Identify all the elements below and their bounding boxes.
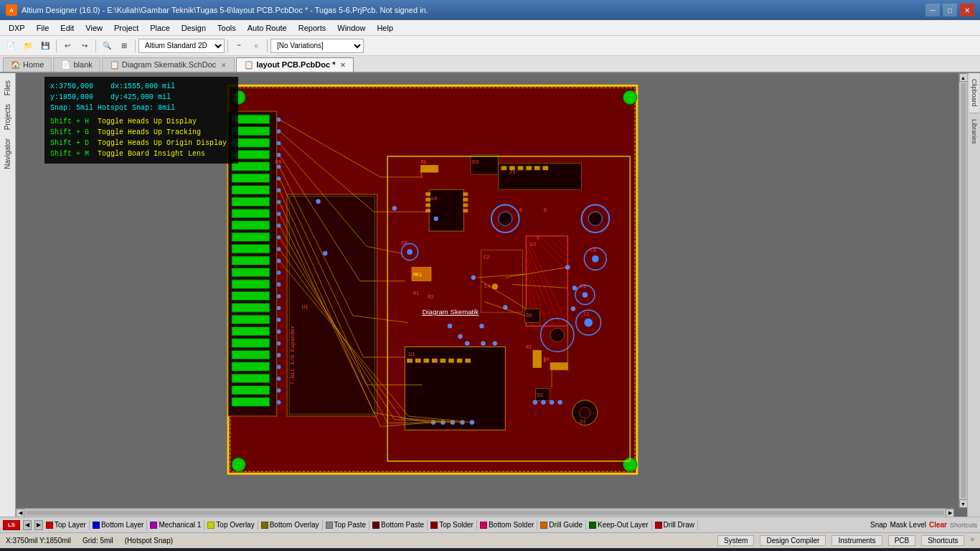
right-tab-clipboard[interactable]: Clipboard bbox=[969, 73, 979, 113]
svg-point-130 bbox=[582, 292, 588, 298]
tab-pcb-close[interactable]: ✕ bbox=[340, 62, 346, 69]
layer-bottom-paste-name[interactable]: Bottom Paste bbox=[381, 521, 424, 529]
snap-status: (Hotspot Snap) bbox=[125, 537, 173, 545]
svg-rect-113 bbox=[448, 359, 454, 363]
scroll-track[interactable] bbox=[26, 511, 944, 515]
layer-bottom-overlay-name[interactable]: Bottom Overlay bbox=[270, 521, 319, 529]
view-dropdown[interactable]: Altium Standard 2D bbox=[138, 39, 225, 53]
tab-schematic[interactable]: 📋 Diagram Skematik.SchDoc ✕ bbox=[102, 57, 235, 72]
right-tab-libraries[interactable]: Libraries bbox=[969, 113, 979, 150]
tab-blank[interactable]: 📄 blank bbox=[53, 57, 100, 72]
pcb-button[interactable]: PCB bbox=[888, 535, 916, 546]
scroll-up[interactable]: ▲ bbox=[959, 73, 968, 82]
vertical-scrollbar[interactable]: ▲ ▼ bbox=[958, 73, 967, 508]
tb-undo[interactable]: ↩ bbox=[60, 38, 75, 54]
active-layer-swatch[interactable]: LS bbox=[3, 520, 20, 530]
horizontal-scrollbar[interactable]: ◀ ▶ bbox=[16, 508, 954, 517]
menu-dxp[interactable]: DXP bbox=[3, 22, 31, 34]
clear-label[interactable]: Clear bbox=[929, 521, 947, 529]
menu-edit[interactable]: Edit bbox=[55, 22, 80, 34]
layer-drill-guide-name[interactable]: Drill Guide bbox=[549, 521, 583, 529]
layer-top-paste[interactable]: Top Paste bbox=[326, 521, 366, 529]
svg-rect-116 bbox=[533, 350, 542, 367]
menu-reports[interactable]: Reports bbox=[293, 22, 332, 34]
svg-rect-21 bbox=[232, 280, 270, 289]
layer-scroll-right[interactable]: ▶ bbox=[34, 520, 43, 530]
svg-text:C5: C5 bbox=[590, 248, 596, 253]
layer-scroll-left[interactable]: ◀ bbox=[23, 520, 32, 530]
layer-keepout[interactable]: Keep-Out Layer bbox=[589, 521, 649, 529]
layer-bottom-solder[interactable]: Bottom Solder bbox=[480, 521, 534, 529]
layer-top-solder-name[interactable]: Top Solder bbox=[439, 521, 473, 529]
tab-pcb[interactable]: 📋 layout PCB.PcbDoc * ✕ bbox=[236, 57, 354, 72]
layer-top-paste-name[interactable]: Top Paste bbox=[334, 521, 366, 529]
layer-keepout-name[interactable]: Keep-Out Layer bbox=[598, 521, 649, 529]
tb-new[interactable]: 📄 bbox=[3, 38, 19, 54]
layer-drill-draw-name[interactable]: Drill Draw bbox=[664, 521, 694, 529]
tb-open[interactable]: 📁 bbox=[20, 38, 36, 54]
layer-drill-guide[interactable]: Drill Guide bbox=[540, 521, 583, 529]
layer-bottom[interactable]: Bottom Layer bbox=[93, 521, 143, 529]
menu-autoroute[interactable]: Auto Route bbox=[242, 22, 293, 34]
scroll-down[interactable]: ▼ bbox=[959, 499, 968, 508]
tb-zoom-in[interactable]: 🔍 bbox=[99, 38, 115, 54]
scroll-left[interactable]: ◀ bbox=[16, 509, 24, 517]
layer-top-name[interactable]: Top Layer bbox=[55, 521, 86, 529]
tb-fit[interactable]: ⊞ bbox=[116, 38, 132, 54]
scroll-track-v[interactable] bbox=[961, 83, 966, 498]
mask-level-label[interactable]: Mask Level bbox=[890, 521, 926, 529]
menu-file[interactable]: File bbox=[31, 22, 55, 34]
svg-point-142 bbox=[323, 251, 327, 255]
svg-point-54 bbox=[277, 377, 281, 381]
tab-schematic-close[interactable]: ✕ bbox=[221, 62, 227, 69]
restore-button[interactable]: □ bbox=[943, 4, 957, 17]
tb-route[interactable]: ~ bbox=[231, 38, 247, 54]
menu-design[interactable]: Design bbox=[176, 22, 212, 34]
shortcuts-button[interactable]: Shortcuts bbox=[921, 535, 964, 546]
layer-top-overlay-name[interactable]: Top Overlay bbox=[216, 521, 254, 529]
close-button[interactable]: ✕ bbox=[960, 4, 974, 17]
system-button[interactable]: System bbox=[717, 535, 754, 546]
layer-mechanical-name[interactable]: Mechanical 1 bbox=[159, 521, 201, 529]
expand-arrow[interactable]: » bbox=[970, 535, 974, 546]
svg-text:Diagram Skematik: Diagram Skematik bbox=[422, 308, 479, 316]
svg-point-143 bbox=[392, 206, 397, 210]
menu-window[interactable]: Window bbox=[331, 22, 371, 34]
layer-top-solder[interactable]: Top Solder bbox=[430, 521, 473, 529]
svg-rect-110 bbox=[423, 359, 429, 363]
title-bar: A Altium Designer (16.0) - E:\Kuliah\Gam… bbox=[0, 0, 980, 20]
layer-bottom-paste[interactable]: Bottom Paste bbox=[372, 521, 424, 529]
minimize-button[interactable]: ─ bbox=[925, 4, 940, 17]
instruments-button[interactable]: Instruments bbox=[831, 535, 882, 546]
svg-point-155 bbox=[533, 400, 537, 405]
variation-dropdown[interactable]: [No Variations] bbox=[270, 39, 364, 53]
menu-help[interactable]: Help bbox=[371, 22, 399, 34]
layer-drill-draw[interactable]: Drill Draw bbox=[655, 521, 694, 529]
layer-bottom-name[interactable]: Bottom Layer bbox=[101, 521, 143, 529]
layer-top[interactable]: Top Layer bbox=[46, 521, 86, 529]
menu-place[interactable]: Place bbox=[144, 22, 176, 34]
layer-mechanical[interactable]: Mechanical 1 bbox=[150, 521, 201, 529]
layer-bottom-overlay[interactable]: Bottom Overlay bbox=[261, 521, 319, 529]
svg-point-141 bbox=[316, 199, 321, 204]
snap-label[interactable]: Snap bbox=[870, 521, 887, 529]
svg-point-44 bbox=[277, 259, 281, 263]
tb-redo[interactable]: ↪ bbox=[77, 38, 93, 54]
sidebar-files[interactable]: Files bbox=[2, 76, 13, 100]
menu-view[interactable]: View bbox=[80, 22, 108, 34]
svg-point-55 bbox=[277, 388, 281, 392]
shortcuts-label[interactable]: Shortcuts bbox=[950, 522, 977, 529]
svg-point-176 bbox=[499, 212, 512, 225]
svg-rect-17 bbox=[232, 232, 270, 242]
tb-save[interactable]: 💾 bbox=[37, 38, 53, 54]
layer-top-overlay[interactable]: Top Overlay bbox=[207, 521, 254, 529]
sidebar-projects[interactable]: Projects bbox=[2, 100, 13, 134]
sidebar-navigator[interactable]: Navigator bbox=[2, 134, 13, 174]
tab-home[interactable]: 🏠 Home bbox=[3, 57, 52, 72]
design-compiler-button[interactable]: Design Compiler bbox=[760, 535, 826, 546]
scroll-right[interactable]: ▶ bbox=[946, 509, 954, 517]
menu-tools[interactable]: Tools bbox=[212, 22, 242, 34]
tb-via[interactable]: ○ bbox=[248, 38, 264, 54]
menu-project[interactable]: Project bbox=[108, 22, 144, 34]
layer-bottom-solder-name[interactable]: Bottom Solder bbox=[489, 521, 534, 529]
